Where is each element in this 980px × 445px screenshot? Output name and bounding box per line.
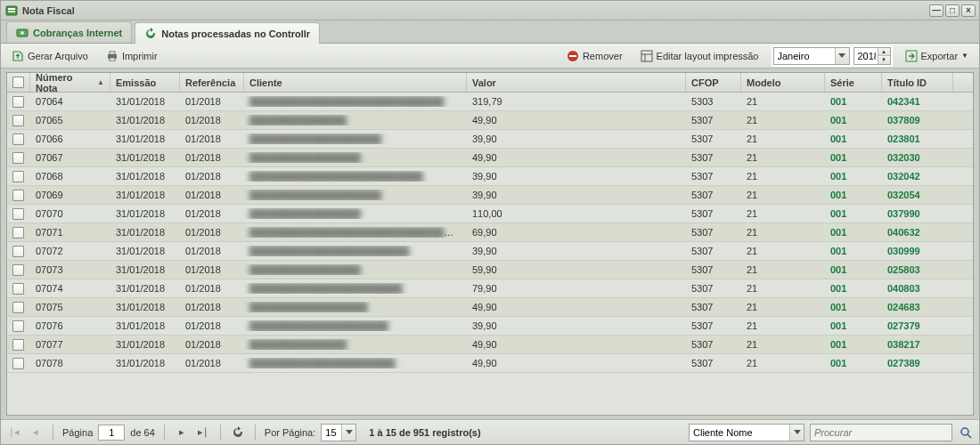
tab-notas[interactable]: Notas processadas no Controllr <box>135 22 320 44</box>
cell-cfop: 5307 <box>686 320 741 331</box>
col-numero[interactable]: Número Nota <box>30 73 110 92</box>
table-row[interactable]: 0707231/01/201801/2018██████████████████… <box>7 242 973 261</box>
row-checkbox[interactable] <box>12 115 24 126</box>
cell-valor: 39,90 <box>467 190 686 200</box>
row-checkbox[interactable] <box>12 208 24 220</box>
cell-serie: 001 <box>825 152 882 163</box>
row-checkbox[interactable] <box>12 320 24 332</box>
row-checkbox[interactable] <box>12 246 24 257</box>
imprimir-button[interactable]: Imprimir <box>101 48 163 64</box>
table-row[interactable]: 0706531/01/201801/2018██████████████49,9… <box>7 111 973 130</box>
first-page-button[interactable]: ∣◂ <box>6 425 22 441</box>
gerar-arquivo-button[interactable]: Gerar Arquivo <box>6 48 94 64</box>
row-checkbox[interactable] <box>12 152 24 164</box>
exportar-button[interactable]: Exportar ▼ <box>900 48 975 64</box>
chevron-down-icon[interactable] <box>341 425 355 441</box>
close-button[interactable]: × <box>961 4 976 17</box>
row-checkbox[interactable] <box>12 283 24 295</box>
col-serie[interactable]: Série <box>825 73 882 92</box>
row-checkbox[interactable] <box>12 171 24 182</box>
select-all-checkbox[interactable] <box>12 77 24 88</box>
row-checkbox[interactable] <box>12 190 24 201</box>
row-checkbox[interactable] <box>12 302 24 313</box>
row-checkbox[interactable] <box>12 264 24 276</box>
col-cfop[interactable]: CFOP <box>686 73 741 92</box>
next-page-button[interactable]: ▸ <box>174 425 190 441</box>
col-cliente[interactable]: Cliente <box>244 73 467 92</box>
row-checkbox[interactable] <box>12 339 24 351</box>
table-row[interactable]: 0707131/01/201801/2018██████████████████… <box>7 223 973 242</box>
year-up-button[interactable]: ▲ <box>878 48 890 57</box>
table-row[interactable]: 0707331/01/201801/2018████████████████59… <box>7 261 973 279</box>
search-button[interactable] <box>958 425 974 441</box>
cell-cfop: 5307 <box>686 134 741 144</box>
svg-rect-2 <box>8 11 15 12</box>
cell-cliente: ████████████████ <box>244 264 467 275</box>
last-page-button[interactable]: ▸∣ <box>195 425 211 441</box>
table-row[interactable]: 0707031/01/201801/2018████████████████11… <box>7 205 973 223</box>
table-row[interactable]: 0707831/01/201801/2018██████████████████… <box>7 354 973 373</box>
cell-cfop: 5303 <box>686 96 741 107</box>
table-row[interactable]: 0706831/01/201801/2018██████████████████… <box>7 167 973 186</box>
chevron-down-icon[interactable] <box>789 425 804 441</box>
row-checkbox[interactable] <box>12 96 24 108</box>
grid-body[interactable]: 0706431/01/201801/2018██████████████████… <box>7 93 973 415</box>
table-row[interactable]: 0706431/01/201801/2018██████████████████… <box>7 93 973 111</box>
prev-page-button[interactable]: ◂ <box>28 425 44 441</box>
cell-valor: 79,90 <box>467 283 686 294</box>
col-valor[interactable]: Valor <box>467 73 686 92</box>
month-combo[interactable] <box>773 47 850 65</box>
cell-titulo: 037990 <box>882 208 953 219</box>
cell-titulo: 037809 <box>882 115 953 125</box>
row-checkbox[interactable] <box>12 358 24 369</box>
table-row[interactable]: 0707731/01/201801/2018██████████████49,9… <box>7 336 973 354</box>
refresh-button[interactable] <box>230 425 246 441</box>
cell-titulo: 024683 <box>882 302 953 312</box>
cell-referencia: 01/2018 <box>180 152 244 163</box>
search-field-combo[interactable] <box>689 424 804 441</box>
col-referencia[interactable]: Referência <box>180 73 244 92</box>
cell-modelo: 21 <box>741 190 825 200</box>
minimize-button[interactable]: — <box>929 4 943 17</box>
col-checkbox[interactable] <box>7 73 30 92</box>
remover-button[interactable]: Remover <box>561 48 628 64</box>
cell-modelo: 21 <box>741 302 825 312</box>
cell-cfop: 5307 <box>686 115 741 125</box>
cell-cliente: ████████████████ <box>244 152 467 163</box>
year-spinner[interactable]: ▲ ▼ <box>853 47 891 65</box>
cell-serie: 001 <box>825 227 882 238</box>
tab-cobrancas[interactable]: Cobranças Internet <box>6 21 132 43</box>
table-row[interactable]: 0706731/01/201801/2018████████████████49… <box>7 149 973 167</box>
row-checkbox[interactable] <box>12 227 24 239</box>
chevron-down-icon[interactable] <box>835 48 849 64</box>
cell-cliente: █████████████████ <box>244 302 467 312</box>
table-row[interactable]: 0706631/01/201801/2018██████████████████… <box>7 130 973 149</box>
row-checkbox[interactable] <box>12 134 24 145</box>
search-input[interactable] <box>810 424 952 441</box>
per-page-combo[interactable] <box>321 424 356 441</box>
cell-valor: 49,90 <box>467 358 686 368</box>
table-row[interactable]: 0707631/01/201801/2018██████████████████… <box>7 317 973 336</box>
cell-titulo: 027379 <box>882 320 953 331</box>
svg-rect-10 <box>641 51 652 61</box>
cell-emissao: 31/01/2018 <box>110 208 180 219</box>
year-down-button[interactable]: ▼ <box>878 56 890 64</box>
table-row[interactable]: 0707531/01/201801/2018█████████████████4… <box>7 298 973 317</box>
page-label: Página <box>62 427 93 438</box>
window: Nota Fiscal — □ × Cobranças Internet Not… <box>0 0 980 445</box>
page-input[interactable] <box>98 425 125 441</box>
cell-emissao: 31/01/2018 <box>110 320 180 331</box>
table-row[interactable]: 0706931/01/201801/2018██████████████████… <box>7 186 973 205</box>
editar-layout-button[interactable]: Editar layout impressão <box>635 48 764 64</box>
cell-emissao: 31/01/2018 <box>110 283 180 294</box>
search-field-input[interactable] <box>689 424 804 441</box>
cell-emissao: 31/01/2018 <box>110 227 180 238</box>
cell-emissao: 31/01/2018 <box>110 171 180 182</box>
maximize-button[interactable]: □ <box>945 4 960 17</box>
col-emissao[interactable]: Emissão <box>110 73 180 92</box>
cell-cliente: ██████████████ <box>244 339 467 350</box>
col-titulo[interactable]: Título ID <box>882 73 953 92</box>
cell-serie: 001 <box>825 339 882 350</box>
table-row[interactable]: 0707431/01/201801/2018██████████████████… <box>7 279 973 298</box>
col-modelo[interactable]: Modelo <box>741 73 825 92</box>
